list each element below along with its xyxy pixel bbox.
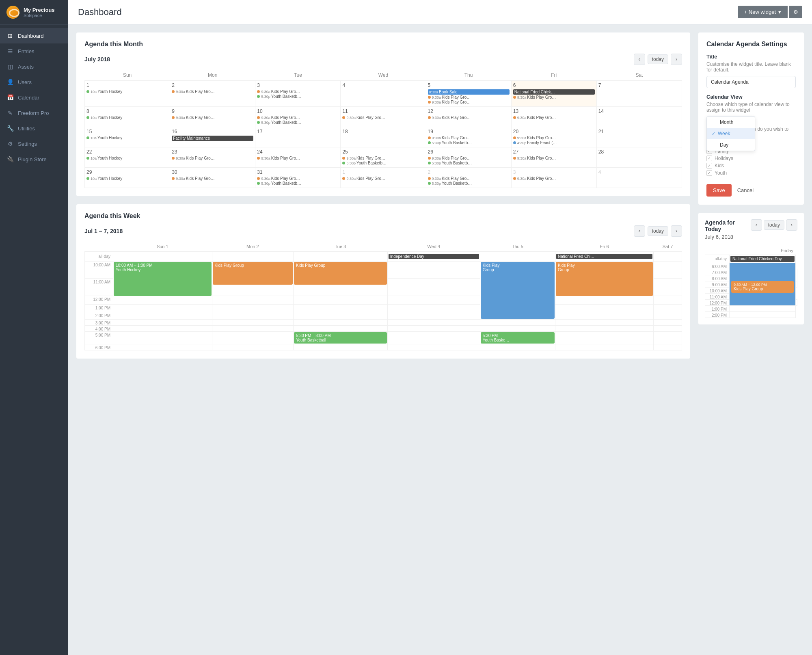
month-day-cell[interactable]: 269:30aKids Play Gro…5:30pYouth Basketb… (426, 147, 511, 168)
youth-checkbox[interactable]: ✓ (706, 170, 712, 176)
event-row[interactable]: 9:30aKids Play Gro… (342, 176, 424, 181)
event-row[interactable]: 5:30pYouth Basketb… (342, 161, 424, 165)
event-row[interactable]: 4:30pFamily Feast (… (513, 141, 595, 145)
week-prev-btn[interactable]: ‹ (634, 225, 645, 237)
month-day-cell[interactable]: 810aYouth Hockey (85, 107, 170, 127)
week-event-block[interactable]: Kids Play Group (294, 262, 387, 285)
week-event-block[interactable]: 5:30 PM – Youth Baske… (481, 332, 555, 344)
month-day-cell[interactable]: 99:30aKids Play Gro… (170, 107, 255, 127)
sidebar-item-users[interactable]: 👤 Users (0, 74, 68, 90)
month-day-cell[interactable]: 18 (341, 127, 426, 147)
calendar-filter-holidays[interactable]: ✓ Holidays (706, 156, 796, 161)
month-day-cell[interactable]: 259:30aKids Play Gro…5:30pYouth Basketb… (341, 147, 426, 168)
month-day-cell[interactable]: 119:30aKids Play Gro… (341, 107, 426, 127)
week-event-block[interactable]: 5:30 PM – 8:00 PM Youth Basketball (294, 332, 387, 344)
month-day-cell[interactable]: 139:30aKids Play Gro… (511, 107, 596, 127)
holidays-checkbox[interactable]: ✓ (706, 156, 712, 161)
month-day-cell[interactable]: 7 (596, 81, 682, 107)
month-day-cell[interactable]: 110aYouth Hockey (85, 81, 170, 107)
month-day-cell[interactable]: 4 (341, 81, 426, 107)
month-day-cell[interactable]: 1510aYouth Hockey (85, 127, 170, 147)
event-row[interactable]: 10aYouth Hockey (86, 136, 168, 140)
sidebar-item-entries[interactable]: ☰ Entries (0, 43, 68, 59)
week-event-block[interactable]: Kids Play Group (213, 262, 293, 285)
new-widget-button[interactable]: + New widget ▾ (738, 6, 788, 18)
event-row[interactable]: 9:30aKids Play Gro… (513, 176, 595, 181)
event-row[interactable]: 9:30aKids Play Gro… (513, 95, 595, 99)
event-row[interactable]: 5:30pYouth Basketb… (257, 120, 339, 125)
event-row[interactable]: National Fried Chick… (513, 89, 595, 95)
event-row[interactable]: 9:30aKids Play Gro… (172, 156, 253, 160)
month-day-cell[interactable]: 14 (596, 107, 682, 127)
month-day-cell[interactable]: 17 (255, 127, 341, 147)
event-row[interactable]: 10aYouth Hockey (86, 89, 168, 94)
month-day-cell[interactable]: 21 (596, 127, 682, 147)
sidebar-item-calendar[interactable]: 📅 Calendar (0, 90, 68, 105)
topbar-settings-button[interactable]: ⚙ (789, 6, 802, 18)
sidebar-item-utilities[interactable]: 🔧 Utilities (0, 121, 68, 136)
calendar-title-input[interactable] (706, 76, 796, 88)
fried-chicken-event[interactable]: National Fried Chi… (556, 254, 652, 259)
month-day-cell[interactable]: 58:30aBook Sale9:30aKids Play Gro…9:30aK… (426, 81, 511, 107)
sidebar-item-settings[interactable]: ⚙ Settings (0, 136, 68, 151)
settings-cancel-button[interactable]: Cancel (736, 184, 755, 197)
month-day-cell[interactable]: 29:30aKids Play Gro…5:30pYouth Basketb… (426, 168, 511, 188)
month-today-btn[interactable]: today (648, 54, 668, 64)
view-option-week[interactable]: ✓ Week (707, 128, 755, 139)
event-row[interactable]: 9:30aKids Play Gro… (513, 156, 595, 160)
sidebar-item-freeform[interactable]: ✎ Freeform Pro (0, 105, 68, 121)
month-day-cell[interactable]: 109:30aKids Play Gro…5:30pYouth Basketb… (255, 107, 341, 127)
today-kids-play-event[interactable]: 9:30 AM – 12:00 PMKids Play Group (731, 281, 794, 293)
calendar-filter-kids[interactable]: ✓ Kids (706, 163, 796, 169)
event-row[interactable]: 5:30pYouth Basketb… (428, 141, 510, 145)
event-row[interactable]: 9:30aKids Play Gro… (257, 115, 339, 120)
event-row[interactable]: 9:30aKids Play Gro… (428, 176, 510, 181)
month-day-cell[interactable]: 4 (596, 168, 682, 188)
week-next-btn[interactable]: › (671, 225, 682, 237)
sidebar-item-plugin-store[interactable]: 🔌 Plugin Store (0, 151, 68, 167)
month-day-cell[interactable]: 129:30aKids Play Gro… (426, 107, 511, 127)
month-day-cell[interactable]: 249:30aKids Play Gro… (255, 147, 341, 168)
month-day-cell[interactable]: 2910aYouth Hockey (85, 168, 170, 188)
event-row[interactable]: 9:30aKids Play Gro… (257, 156, 339, 160)
month-day-cell[interactable]: 239:30aKids Play Gro… (170, 147, 255, 168)
event-row[interactable]: 8:30aBook Sale (428, 89, 510, 95)
independence-day-event[interactable]: Independence Day (389, 254, 479, 259)
month-day-cell[interactable]: 28 (596, 147, 682, 168)
today-today-btn[interactable]: today (764, 220, 784, 230)
event-row[interactable]: 9:30aKids Play Gro… (428, 100, 510, 104)
event-row[interactable]: Facility Maintenance (172, 136, 253, 141)
today-allday-event[interactable]: National Fried Chicken Day (730, 256, 795, 262)
event-row[interactable]: 9:30aKids Play Gro… (257, 176, 339, 181)
week-event-block[interactable]: Kids Play Group (481, 262, 555, 319)
event-row[interactable]: 9:30aKids Play Gro… (513, 136, 595, 140)
event-row[interactable]: 9:30aKids Play Gro… (428, 156, 510, 160)
month-day-cell[interactable]: 309:30aKids Play Gro… (170, 168, 255, 188)
month-day-cell[interactable]: 39:30aKids Play Gro… (511, 168, 596, 188)
month-next-btn[interactable]: › (671, 54, 682, 65)
event-row[interactable]: 9:30aKids Play Gro… (342, 115, 424, 120)
kids-checkbox[interactable]: ✓ (706, 163, 712, 169)
event-row[interactable]: 9:30aKids Play Gro… (428, 95, 510, 99)
month-day-cell[interactable]: 16Facility Maintenance (170, 127, 255, 147)
settings-save-button[interactable]: Save (706, 184, 732, 197)
month-day-cell[interactable]: 2210aYouth Hockey (85, 147, 170, 168)
today-prev-btn[interactable]: ‹ (751, 219, 762, 231)
event-row[interactable]: 10aYouth Hockey (86, 156, 168, 160)
week-event-block[interactable]: 10:00 AM – 1:00 PM Youth Hockey (114, 262, 212, 296)
event-row[interactable]: 9:30aKids Play Gro… (428, 136, 510, 140)
sidebar-item-assets[interactable]: ◫ Assets (0, 59, 68, 74)
event-row[interactable]: 5:30pYouth Basketb… (257, 94, 339, 99)
month-prev-btn[interactable]: ‹ (634, 54, 645, 65)
event-row[interactable]: 5:30pYouth Basketb… (428, 161, 510, 165)
event-row[interactable]: 5:30pYouth Basketb… (428, 181, 510, 186)
event-row[interactable]: 9:30aKids Play Gro… (172, 115, 253, 120)
event-row[interactable]: 9:30aKids Play Gro… (257, 89, 339, 94)
event-row[interactable]: 9:30aKids Play Gro… (172, 89, 253, 94)
month-day-cell[interactable]: 199:30aKids Play Gro…5:30pYouth Basketb… (426, 127, 511, 147)
view-option-month[interactable]: Month (707, 117, 755, 128)
month-day-cell[interactable]: 39:30aKids Play Gro…5:30pYouth Basketb… (255, 81, 341, 107)
event-row[interactable]: 9:30aKids Play Gro… (342, 156, 424, 160)
month-day-cell[interactable]: 279:30aKids Play Gro… (511, 147, 596, 168)
month-day-cell[interactable]: 6National Fried Chick…9:30aKids Play Gro… (511, 81, 596, 107)
